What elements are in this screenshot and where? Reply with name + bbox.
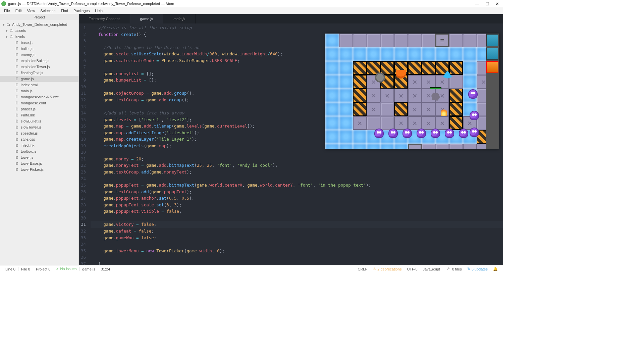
tile <box>367 116 380 130</box>
ship-orange-sprite <box>396 70 406 79</box>
file-label: toolbox.js <box>21 149 36 153</box>
titlebar: game.js — D:\TDMaster\Andy_Tower_Defense… <box>0 0 503 7</box>
tile <box>408 47 422 61</box>
close-button[interactable]: ✕ <box>495 1 499 6</box>
tile <box>339 130 353 144</box>
tab-game-js[interactable]: game.js <box>130 14 164 23</box>
tree-file[interactable]: enemy.js <box>0 52 78 58</box>
sb-bell-icon[interactable]: 🔔 <box>490 267 500 271</box>
code-editor[interactable]: 1234567891011121314151617181920212223242… <box>79 23 503 265</box>
tree-file[interactable]: speeder.js <box>0 130 78 136</box>
folder-icon <box>9 28 14 33</box>
sb-file[interactable]: File 0 <box>18 267 33 271</box>
sb-git[interactable]: 0 files <box>443 267 465 271</box>
file-icon <box>15 161 19 166</box>
tree-file[interactable]: Tiled.lnk <box>0 142 78 148</box>
menu-selection[interactable]: Selection <box>38 9 58 13</box>
tree-file[interactable]: explosionBullet.js <box>0 58 78 64</box>
tree-file[interactable]: mongoose.conf <box>0 100 78 106</box>
menu-edit[interactable]: Edit <box>13 9 24 13</box>
tree-file[interactable]: towerBase.js <box>0 160 78 166</box>
tree-file[interactable]: slowBullet.js <box>0 118 78 124</box>
minimize-button[interactable]: — <box>475 1 479 6</box>
sb-filename[interactable]: game.js <box>79 267 98 271</box>
tree-file[interactable]: toolbox.js <box>0 148 78 154</box>
sb-crlf[interactable]: CRLF <box>355 267 370 271</box>
tree-file[interactable]: explosionTower.js <box>0 64 78 70</box>
enemy-sprite <box>470 111 479 120</box>
tile <box>380 144 394 149</box>
tile <box>463 47 477 61</box>
tile <box>353 61 367 75</box>
tree-file[interactable]: floatingText.js <box>0 70 78 76</box>
tile <box>394 144 408 149</box>
tile <box>422 75 435 89</box>
tile <box>408 116 422 130</box>
tree-file[interactable]: game.js <box>0 76 78 82</box>
sb-deprecations[interactable]: ⚠ 2 deprecations <box>370 267 404 271</box>
file-icon <box>15 64 19 69</box>
tile <box>353 75 367 89</box>
sb-no-issues[interactable]: ✔ No Issues <box>53 267 79 271</box>
tile <box>394 34 408 47</box>
tower-picker-panel <box>486 34 499 149</box>
sb-cursor[interactable]: 31:24 <box>98 267 113 271</box>
tree-file[interactable]: towerPicker.js <box>0 166 78 172</box>
menu-file[interactable]: File <box>1 9 13 13</box>
tree-file[interactable]: phaser.js <box>0 106 78 112</box>
menu-help[interactable]: Help <box>92 9 105 13</box>
menu-view[interactable]: View <box>24 9 38 13</box>
game-preview-overlay: $10 <box>325 34 499 149</box>
file-label: main.js <box>21 89 33 93</box>
tile <box>408 34 422 47</box>
health-bar <box>430 87 441 89</box>
sb-lang[interactable]: JavaScript <box>420 267 443 271</box>
tower-option-3-selected[interactable] <box>486 61 498 73</box>
tile <box>394 116 408 130</box>
sb-encoding[interactable]: UTF-8 <box>404 267 420 271</box>
sb-line[interactable]: Line 0 <box>3 267 18 271</box>
tile <box>353 116 367 130</box>
tile <box>339 144 353 149</box>
tree-folder[interactable]: ▸ levels <box>0 34 78 40</box>
tower-option-1[interactable] <box>486 34 498 46</box>
file-label: slowTower.js <box>21 125 42 129</box>
menu-packages[interactable]: Packages <box>71 9 92 13</box>
tile <box>325 61 339 75</box>
tile <box>422 116 435 130</box>
tile <box>367 89 380 102</box>
tree-file[interactable]: bullet.js <box>0 46 78 52</box>
tree-file[interactable]: slowTower.js <box>0 124 78 130</box>
sb-updates[interactable]: ↻ 3 updates <box>465 267 490 271</box>
project-sidebar: Project ▾ Andy_Tower_Defense_completed ▸… <box>0 14 79 265</box>
line-gutter: 1234567891011121314151617181920212223242… <box>79 23 91 265</box>
maximize-button[interactable]: ☐ <box>485 1 489 6</box>
tree-folder[interactable]: ▸ assets <box>0 28 78 34</box>
tree-file[interactable]: main.js <box>0 88 78 94</box>
tree-file[interactable]: tower.js <box>0 154 78 160</box>
tree-file[interactable]: Pinta.lnk <box>0 112 78 118</box>
enemy-sprite <box>402 129 412 138</box>
tile <box>449 47 463 61</box>
tab-main-js[interactable]: main.js <box>163 14 196 23</box>
tree-root[interactable]: ▾ Andy_Tower_Defense_completed <box>0 21 78 28</box>
tower-option-2[interactable] <box>486 48 498 60</box>
editor-pane: Telemetry Consent game.js main.js 123456… <box>79 14 503 265</box>
tile <box>435 47 449 61</box>
tab-telemetry[interactable]: Telemetry Consent <box>79 14 130 23</box>
file-label: tower.js <box>21 155 33 159</box>
window-controls: — ☐ ✕ <box>475 1 502 6</box>
tree-file[interactable]: base.js <box>0 40 78 46</box>
tile <box>408 144 422 149</box>
sb-project[interactable]: Project 0 <box>33 267 53 271</box>
tile <box>339 75 353 89</box>
file-label: game.js <box>21 77 34 81</box>
tree-file[interactable]: style.css <box>0 136 78 142</box>
tree-file[interactable]: index.html <box>0 82 78 88</box>
tile <box>339 116 353 130</box>
file-label: mongoose.conf <box>21 101 46 105</box>
file-tree[interactable]: ▾ Andy_Tower_Defense_completed ▸ assets … <box>0 20 78 265</box>
tile <box>353 102 367 116</box>
tree-file[interactable]: mongoose-free-6.5.exe <box>0 94 78 100</box>
menu-find[interactable]: Find <box>58 9 71 13</box>
